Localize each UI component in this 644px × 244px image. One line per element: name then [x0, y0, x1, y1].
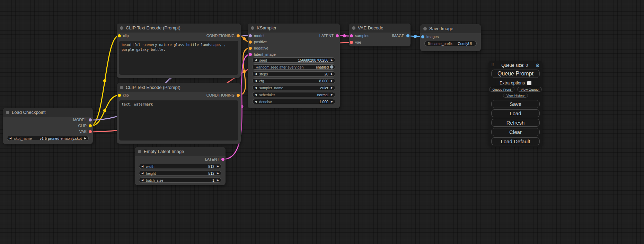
- widget-sampler-name[interactable]: ◀ sampler_name euler ▶: [252, 85, 335, 90]
- prompt-textarea[interactable]: beautiful scenery nature glass bottle la…: [119, 41, 238, 75]
- output-connector-clip[interactable]: [89, 124, 92, 127]
- node-header[interactable]: CLIP Text Encode (Prompt): [117, 83, 241, 92]
- increment-arrow-icon[interactable]: ▶: [331, 93, 333, 96]
- input-connector-model[interactable]: [249, 34, 252, 37]
- extra-options-checkbox[interactable]: [527, 81, 531, 85]
- decrement-arrow-icon[interactable]: ◀: [141, 179, 143, 182]
- widget-random-seed[interactable]: Random seed after every gen enabled: [252, 64, 335, 70]
- node-header[interactable]: CLIP Text Encode (Prompt): [117, 24, 241, 33]
- output-connector-conditioning[interactable]: [237, 94, 240, 97]
- collapse-dot[interactable]: [423, 27, 427, 30]
- view-queue-button[interactable]: View Queue: [517, 87, 542, 92]
- queue-prompt-button[interactable]: Queue Prompt: [491, 70, 540, 78]
- save-button[interactable]: Save: [491, 100, 540, 108]
- widget-value: euler: [320, 86, 328, 90]
- increment-arrow-icon[interactable]: ▶: [331, 87, 333, 89]
- decrement-arrow-icon[interactable]: ◀: [255, 73, 257, 75]
- widget-scheduler[interactable]: ◀ scheduler normal ▶: [252, 92, 335, 97]
- input-slot-negative: negative: [248, 45, 340, 51]
- node-header[interactable]: KSampler: [248, 24, 340, 33]
- widget-filename-prefix[interactable]: filename_prefix ComfyUI: [424, 41, 477, 46]
- widget-value: 512: [208, 171, 214, 175]
- decrement-arrow-icon[interactable]: ◀: [255, 100, 257, 103]
- node-title: Load Checkpoint: [12, 110, 46, 115]
- decrement-arrow-icon[interactable]: ◀: [255, 93, 257, 96]
- increment-arrow-icon[interactable]: ▶: [331, 100, 333, 103]
- widget-steps[interactable]: ◀ steps 20 ▶: [252, 71, 335, 76]
- decrement-arrow-icon[interactable]: ◀: [255, 59, 257, 62]
- collapse-dot[interactable]: [251, 26, 254, 30]
- output-connector-latent[interactable]: [336, 34, 339, 37]
- node-header[interactable]: VAE Decode: [349, 24, 411, 33]
- output-connector-latent[interactable]: [221, 158, 224, 161]
- widget-seed[interactable]: ◀ seed 156680208700286 ▶: [252, 57, 335, 63]
- input-connector-samples[interactable]: [350, 34, 353, 37]
- output-slot-latent: LATENT: [135, 156, 226, 162]
- settings-gear-icon[interactable]: ⚙: [535, 63, 540, 68]
- node-clip-text-encode-positive[interactable]: CLIP Text Encode (Prompt) clip CONDITION…: [117, 24, 241, 78]
- toggle-knob[interactable]: [330, 65, 334, 69]
- output-connector-conditioning[interactable]: [237, 34, 240, 37]
- node-graph-canvas[interactable]: Load Checkpoint MODEL CLIP VAE ◀ ckpt_na…: [0, 0, 644, 244]
- widget-label: width: [146, 164, 155, 169]
- increment-arrow-icon[interactable]: ▶: [331, 80, 333, 82]
- node-load-checkpoint[interactable]: Load Checkpoint MODEL CLIP VAE ◀ ckpt_na…: [3, 108, 93, 144]
- increment-arrow-icon[interactable]: ▶: [84, 137, 86, 140]
- widget-width[interactable]: ◀ width 512 ▶: [139, 164, 221, 169]
- decrement-arrow-icon[interactable]: ◀: [255, 87, 257, 89]
- output-slot-label: LATENT: [205, 156, 219, 162]
- node-clip-text-encode-negative[interactable]: CLIP Text Encode (Prompt) clip CONDITION…: [117, 83, 241, 144]
- input-connector-clip[interactable]: [118, 34, 121, 37]
- input-slot-label: latent_image: [254, 51, 276, 57]
- node-empty-latent-image[interactable]: Empty Latent Image LATENT ◀ width 512 ▶ …: [135, 147, 226, 185]
- input-slot-images: images: [420, 33, 481, 40]
- decrement-arrow-icon[interactable]: ◀: [141, 165, 143, 168]
- widget-batch-size[interactable]: ◀ batch_size 1 ▶: [139, 178, 221, 183]
- collapse-dot[interactable]: [6, 111, 9, 114]
- link-midpoint-dot: [103, 109, 106, 112]
- node-header[interactable]: Save Image: [420, 24, 481, 33]
- input-connector-latent-image[interactable]: [249, 53, 252, 56]
- input-connector-clip[interactable]: [118, 94, 121, 97]
- decrement-arrow-icon[interactable]: ◀: [141, 172, 143, 175]
- output-connector-model[interactable]: [89, 118, 92, 121]
- widget-ckpt-name[interactable]: ◀ ckpt_name v1-5-pruned-emaonly.ckpt ▶: [7, 136, 89, 141]
- load-button[interactable]: Load: [491, 109, 540, 117]
- decrement-arrow-icon[interactable]: ◀: [9, 137, 11, 140]
- output-connector-image[interactable]: [406, 34, 409, 37]
- queue-front-button[interactable]: Queue Front: [489, 87, 514, 92]
- decrement-arrow-icon[interactable]: ◀: [255, 80, 257, 82]
- view-history-button[interactable]: View History: [503, 93, 528, 98]
- output-connector-vae[interactable]: [89, 130, 92, 133]
- clear-button[interactable]: Clear: [491, 128, 540, 136]
- widget-denoise[interactable]: ◀ denoise 1.000 ▶: [252, 99, 335, 104]
- input-slot-label: images: [426, 33, 439, 40]
- input-connector-positive[interactable]: [249, 40, 252, 44]
- node-ksampler[interactable]: KSampler model positive negative latent_…: [248, 24, 340, 108]
- input-connector-images[interactable]: [421, 35, 424, 38]
- increment-arrow-icon[interactable]: ▶: [217, 179, 219, 182]
- history-row: View History: [488, 93, 542, 98]
- node-header[interactable]: Empty Latent Image: [135, 147, 226, 156]
- node-title: Save Image: [429, 26, 453, 31]
- drag-handle-icon[interactable]: ⠿: [491, 63, 494, 67]
- collapse-dot[interactable]: [138, 150, 141, 153]
- node-title: Empty Latent Image: [144, 149, 184, 154]
- load-default-button[interactable]: Load Default: [491, 137, 540, 145]
- increment-arrow-icon[interactable]: ▶: [217, 165, 219, 168]
- increment-arrow-icon[interactable]: ▶: [331, 59, 333, 62]
- input-connector-negative[interactable]: [249, 47, 252, 50]
- node-header[interactable]: Load Checkpoint: [3, 108, 93, 117]
- node-vae-decode[interactable]: VAE Decode samples vae IMAGE: [349, 24, 411, 46]
- collapse-dot[interactable]: [120, 26, 123, 30]
- input-connector-vae[interactable]: [350, 41, 353, 44]
- widget-height[interactable]: ◀ height 512 ▶: [139, 171, 221, 176]
- widget-cfg[interactable]: ◀ cfg 8.000 ▶: [252, 78, 335, 83]
- collapse-dot[interactable]: [352, 26, 355, 30]
- increment-arrow-icon[interactable]: ▶: [331, 73, 333, 75]
- node-save-image[interactable]: Save Image images filename_prefix ComfyU…: [420, 24, 481, 51]
- prompt-textarea[interactable]: text, watermark: [119, 100, 238, 141]
- refresh-button[interactable]: Refresh: [491, 119, 540, 127]
- increment-arrow-icon[interactable]: ▶: [217, 172, 219, 175]
- collapse-dot[interactable]: [120, 86, 123, 89]
